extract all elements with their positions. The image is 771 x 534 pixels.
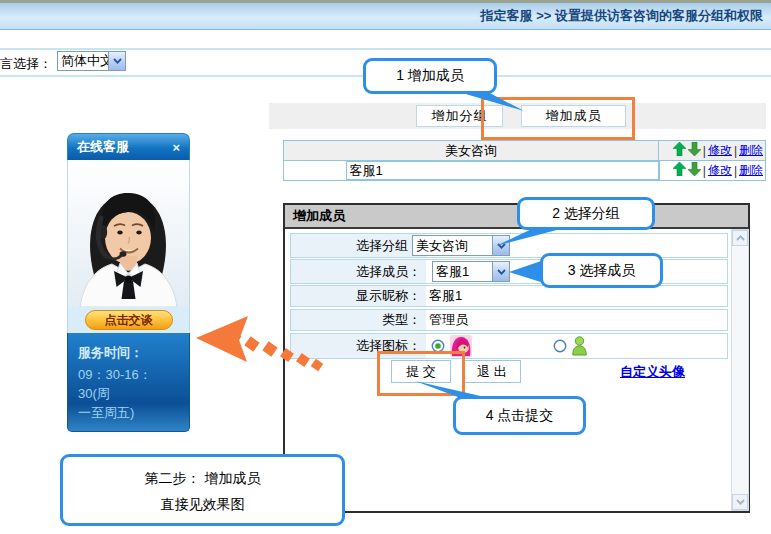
service-time-panel: 服务时间： 09：30-16：30(周 一至周五) xyxy=(67,333,190,432)
separator: | xyxy=(703,164,706,178)
chat-now-button[interactable]: 点击交谈 xyxy=(85,310,173,330)
service-time-line1: 09：30-16：30(周 xyxy=(78,365,179,403)
scroll-down-icon[interactable] xyxy=(732,494,748,510)
move-down-icon[interactable] xyxy=(688,142,701,159)
callout-step3: 3 选择成员 xyxy=(540,253,663,288)
chevron-down-icon[interactable] xyxy=(492,262,509,281)
form-row-group: 选择分组： 美女咨询 xyxy=(290,233,728,258)
modify-link[interactable]: 修改 xyxy=(708,162,732,179)
callout-summary: 第二步： 增加成员 直接见效果图 xyxy=(60,454,345,526)
move-up-icon[interactable] xyxy=(673,162,686,179)
page: 指定客服 >> 设置提供访客咨询的客服分组和权限 语言选择： 简体中文 增加分组… xyxy=(0,0,771,534)
agent-photo xyxy=(67,160,190,307)
delete-link[interactable]: 删除 xyxy=(739,142,763,159)
chat-widget: 在线客服 × xyxy=(67,133,190,432)
member-select-label: 选择成员： xyxy=(291,260,426,283)
radio-unselected-icon[interactable] xyxy=(553,339,567,356)
callout-step4: 4 点击提交 xyxy=(453,396,586,435)
group-actions: | 修改 | 删除 xyxy=(658,141,765,160)
language-select[interactable]: 简体中文 xyxy=(57,51,126,71)
modify-link[interactable]: 修改 xyxy=(708,142,732,159)
close-icon[interactable]: × xyxy=(172,141,180,154)
highlight-add-member xyxy=(481,97,635,140)
language-label: 语言选择： xyxy=(0,55,52,73)
separator: | xyxy=(734,164,737,178)
member-row: 客服1 | 修改 | 删除 xyxy=(283,160,766,181)
green-person-icon xyxy=(571,336,588,359)
callout-step2: 2 选择分组 xyxy=(517,197,655,230)
nickname-value: 客服1 xyxy=(426,287,462,305)
member-actions: | 修改 | 删除 xyxy=(659,161,765,180)
language-selected-value: 简体中文 xyxy=(58,52,108,70)
highlight-submit xyxy=(377,351,465,396)
type-label: 类型： xyxy=(291,310,426,330)
top-banner: 指定客服 >> 设置提供访客咨询的客服分组和权限 xyxy=(0,0,771,30)
group-table: 美女咨询 | 修改 | 删除 客服1 | 修改 | 删除 xyxy=(283,140,766,181)
scroll-up-icon[interactable] xyxy=(732,230,748,246)
chevron-down-icon[interactable] xyxy=(108,52,125,70)
custom-avatar-link[interactable]: 自定义头像 xyxy=(620,363,685,381)
form-row-type: 类型： 管理员 xyxy=(290,309,728,331)
breadcrumb: 指定客服 >> 设置提供访客咨询的客服分组和权限 xyxy=(481,7,763,25)
move-down-icon[interactable] xyxy=(688,162,701,179)
type-value: 管理员 xyxy=(426,311,468,329)
member-select[interactable]: 客服1 xyxy=(432,261,510,282)
group-header-row: 美女咨询 | 修改 | 删除 xyxy=(283,140,766,161)
exit-button[interactable]: 退 出 xyxy=(463,360,521,383)
member-select-value: 客服1 xyxy=(433,263,492,281)
panel-scrollbar[interactable] xyxy=(731,229,749,511)
form-row-icon: 选择图标： xyxy=(290,333,728,359)
group-select[interactable]: 美女咨询 xyxy=(412,235,510,256)
delete-link[interactable]: 删除 xyxy=(739,162,763,179)
service-time-line2: 一至周五) xyxy=(78,403,179,422)
chat-widget-titlebar: 在线客服 × xyxy=(67,133,190,160)
group-name: 美女咨询 xyxy=(284,142,658,160)
chat-button-strip: 点击交谈 xyxy=(67,307,190,333)
callout-step1: 1 增加成员 xyxy=(363,58,497,94)
member-name: 客服1 xyxy=(346,161,659,180)
add-member-panel: 增加成员 选择分组： 美女咨询 选择成员： 客服1 xyxy=(283,203,750,513)
service-time-label: 服务时间： xyxy=(78,344,179,362)
form-row-nickname: 显示昵称： 客服1 xyxy=(290,285,728,307)
chevron-down-icon[interactable] xyxy=(492,236,509,255)
separator: | xyxy=(734,144,737,158)
summary-line1: 第二步： 增加成员 xyxy=(145,465,261,491)
group-select-label: 选择分组： xyxy=(291,234,426,257)
move-up-icon[interactable] xyxy=(673,142,686,159)
nickname-label: 显示昵称： xyxy=(291,286,426,306)
summary-line2: 直接见效果图 xyxy=(161,491,245,517)
chat-widget-title: 在线客服 xyxy=(77,138,129,156)
separator: | xyxy=(703,144,706,158)
divider-top xyxy=(0,48,771,50)
indent-spacer xyxy=(284,161,346,180)
group-select-value: 美女咨询 xyxy=(413,237,492,255)
